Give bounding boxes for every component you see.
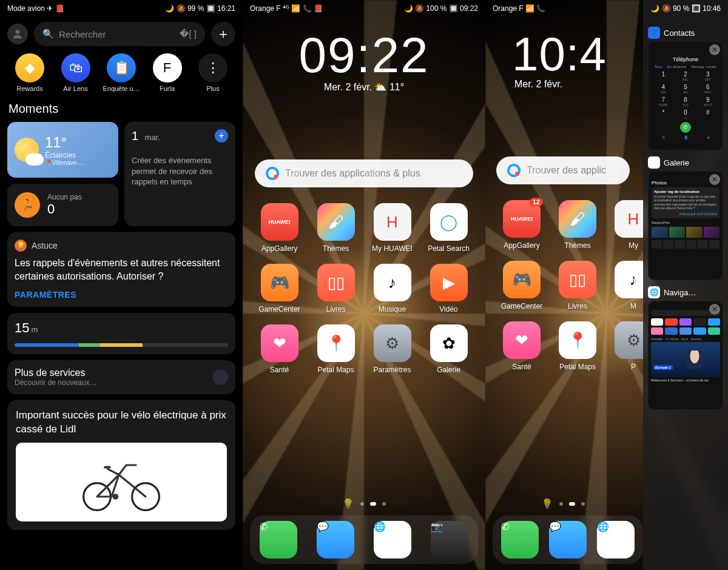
search-input[interactable]: 🔍 Rechercher �[ ]: [34, 22, 205, 46]
services-title: Plus de services: [15, 367, 96, 378]
dock-messages[interactable]: 💬: [549, 521, 587, 558]
musique-icon: ♪: [374, 264, 411, 301]
steps-tile[interactable]: 🏃 Aucun pas 0: [7, 184, 118, 226]
appgallery-icon: HUAWEI12: [503, 200, 541, 238]
weather-tile[interactable]: 11° Éclaircies 📍Villenave-…: [7, 122, 118, 178]
search-icon: 🔍: [42, 29, 54, 39]
navigateur-icon: 🌐: [648, 286, 660, 298]
distance-value: 15: [15, 320, 29, 335]
distance-tile[interactable]: 15m: [7, 313, 235, 354]
app-petalmaps[interactable]: 📍 Petal Maps: [552, 321, 603, 371]
petalsearch-icon: ◯: [430, 203, 468, 241]
themes-icon: 🖌: [559, 200, 596, 238]
page-indicator[interactable]: 💡: [243, 498, 485, 509]
status-bar: Mode avion ✈ 📕 🌙 🔕 99 % 🔲 16:21: [0, 0, 243, 17]
app-grid: HUAWEI12 AppGallery 🖌 Thèmes H My 🎮 Game…: [485, 184, 641, 371]
app-label: Livres: [326, 305, 345, 314]
myhuawei-icon: H: [374, 203, 411, 241]
search-placeholder: Trouver des applic: [527, 165, 606, 176]
app-livres[interactable]: ▯▯ Livres: [552, 261, 603, 310]
app-myhuawei[interactable]: H My HUAWEI: [366, 203, 418, 253]
app-galerie[interactable]: ✿ Galerie: [423, 324, 474, 374]
task-thumbnail[interactable]: ActualitéJO d'hiverSportScience Europe 1…: [648, 301, 723, 410]
recent-task-navigateur[interactable]: 🌐 Naviga… ActualitéJO d'hiverSportScienc…: [648, 286, 723, 410]
quick-app-plus[interactable]: ⋮ Plus: [194, 53, 232, 92]
tip-tile[interactable]: 💡 Astuce Les rappels d'évènements et aut…: [7, 232, 235, 307]
app-label: AppGallery: [504, 241, 539, 250]
status-left: Mode avion ✈ 📕: [7, 4, 64, 13]
clock-widget[interactable]: 09:22 Mer. 2 févr. ⛅ 11°: [243, 30, 485, 93]
tip-settings-link[interactable]: PARAMÈTRES: [15, 290, 228, 300]
app-sante[interactable]: ❤ Santé: [254, 324, 305, 374]
recents-panel[interactable]: 👤 Contacts Téléphone TousEn absenceMessa…: [643, 0, 728, 570]
calendar-day: 1: [132, 129, 138, 142]
gamecenter-icon: 🎮: [503, 261, 541, 298]
app-appgallery[interactable]: HUAWEI12 AppGallery: [496, 200, 547, 250]
clock-time: 10:4: [485, 30, 625, 78]
app-label: Furla: [160, 85, 175, 92]
more-services-tile[interactable]: Plus de services Découvrir de nouveaux…: [7, 360, 235, 394]
app-label: GameCenter: [501, 302, 543, 310]
task-thumbnail[interactable]: Photos Ajouter tag de localisationAutori…: [648, 171, 723, 280]
app-sante[interactable]: ❤ Santé: [496, 321, 547, 371]
dock-camera[interactable]: 📷: [431, 521, 468, 558]
task-thumbnail[interactable]: Téléphone TousEn absenceMessag. vocale 1…: [648, 41, 723, 150]
calendar-add-button[interactable]: +: [215, 129, 228, 142]
appgallery-icon: HUAWEI: [261, 203, 298, 241]
page-indicator[interactable]: 💡: [485, 498, 641, 509]
app-petalmaps[interactable]: 📍 Petal Maps: [310, 324, 362, 374]
app-musique[interactable]: ♪ Musique: [366, 264, 418, 314]
quick-app-enquete[interactable]: 📋 Enquête u…: [103, 53, 140, 92]
task-label: Naviga…: [664, 288, 696, 297]
dock-messages[interactable]: 💬: [317, 521, 354, 558]
recent-task-galerie[interactable]: ✿ Galerie Photos Ajouter tag de localisa…: [648, 156, 723, 280]
phone-2-home: Orange F ⁴ᴳ 📶 📞 📕 🌙 🔕 100 % 🔲 09:22 09:2…: [243, 0, 485, 570]
app-label: Petal Maps: [559, 363, 596, 371]
svg-point-3: [113, 494, 119, 500]
distance-unit: m: [31, 325, 38, 334]
app-label: Petal Search: [428, 244, 470, 253]
app-label: Santé: [512, 363, 531, 371]
app-themes[interactable]: 🖌 Thèmes: [310, 203, 362, 253]
status-bar: Orange F ⁴ᴳ 📶 📞 📕 🌙 🔕 100 % 🔲 09:22: [243, 0, 485, 17]
dock-browser[interactable]: 🌐: [597, 521, 635, 558]
petal-search-bar[interactable]: Trouver des applic: [496, 156, 630, 184]
dock: ✆💬🌐📷: [250, 515, 478, 564]
close-task-button[interactable]: ✕: [709, 174, 720, 185]
app-video[interactable]: ▶ Vidéo: [423, 264, 474, 314]
tip-label: Astuce: [32, 241, 58, 250]
quick-app-furla[interactable]: F Furla: [149, 53, 186, 92]
close-task-button[interactable]: ✕: [709, 304, 720, 315]
news-tile[interactable]: Important succès pour le vélo électrique…: [7, 400, 235, 530]
app-livres[interactable]: ▯▯ Livres: [310, 264, 362, 314]
app-themes[interactable]: 🖌 Thèmes: [552, 200, 603, 250]
weather-cond: Éclaircies: [45, 151, 85, 159]
petal-search-bar[interactable]: Trouver des applications & plus: [255, 159, 473, 187]
search-placeholder: Trouver des applications & plus: [285, 168, 420, 179]
dock-phone[interactable]: ✆: [501, 521, 539, 558]
app-label: Livres: [568, 302, 587, 310]
dock-phone[interactable]: ✆: [260, 521, 297, 558]
app-petalsearch[interactable]: ◯ Petal Search: [423, 203, 474, 253]
close-task-button[interactable]: ✕: [709, 44, 720, 55]
app-label: P: [631, 363, 636, 371]
task-label: Galerie: [664, 158, 689, 167]
recent-task-contacts[interactable]: 👤 Contacts Téléphone TousEn absenceMessa…: [648, 27, 723, 150]
app-label: Santé: [270, 366, 289, 374]
app-appgallery[interactable]: HUAWEI AppGallery: [254, 203, 305, 253]
status-left: Orange F 📶 📞: [493, 4, 545, 13]
scan-icon[interactable]: �[ ]: [180, 29, 197, 39]
calendar-tile[interactable]: 1 mar. + Créer des évènements permet de …: [124, 122, 235, 226]
dock-browser[interactable]: 🌐: [374, 521, 411, 558]
petal-search-icon: [266, 167, 279, 180]
rewards-icon: ◆: [15, 53, 44, 82]
app-gamecenter[interactable]: 🎮 GameCenter: [496, 261, 547, 310]
profile-avatar[interactable]: [7, 24, 28, 44]
side-panel-handle[interactable]: ❯: [630, 276, 644, 295]
app-gamecenter[interactable]: 🎮 GameCenter: [254, 264, 305, 314]
add-button[interactable]: ＋: [211, 22, 235, 46]
bulb-hint-icon: 💡: [342, 498, 354, 509]
quick-app-rewards[interactable]: ◆ Rewards: [11, 53, 49, 92]
quick-app-airlens[interactable]: 🛍 Air Lens: [57, 53, 95, 92]
app-parametres[interactable]: ⚙ Paramètres: [366, 324, 418, 374]
